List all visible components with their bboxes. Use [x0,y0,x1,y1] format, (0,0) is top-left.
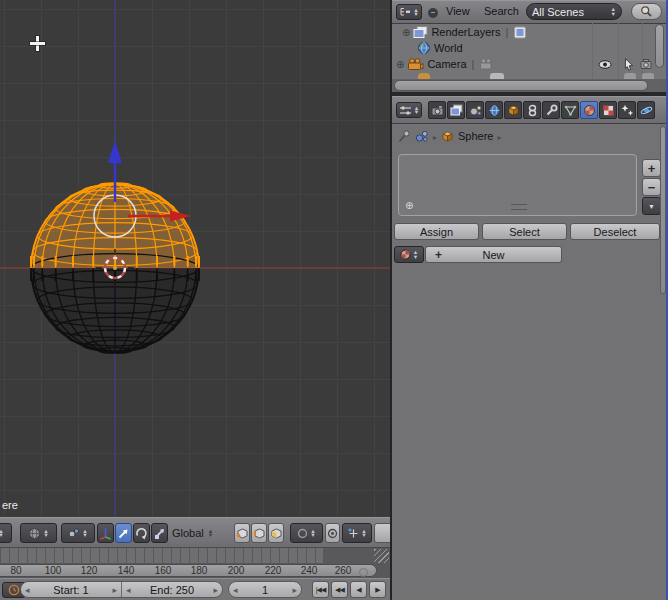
renderlayer-badge-icon[interactable] [513,26,527,39]
manipulator-toggle-button[interactable] [97,523,114,543]
tab-scene[interactable] [466,101,484,119]
deselect-button[interactable]: Deselect [570,223,660,240]
decrement-arrow-icon[interactable] [229,585,242,595]
frame-range-fields: Start: 1 End: 250 [20,581,223,598]
falloff-button[interactable] [325,523,340,543]
increment-arrow-icon[interactable] [108,585,121,595]
face-select-button[interactable] [268,523,284,543]
area-resize-grip[interactable] [374,549,389,563]
timeline-header: Start: 1 End: 250 1 |◀◀ ◀◀ ◀ ▶ [0,578,390,600]
object-data-tab-icon [564,104,577,117]
timeline-track[interactable] [0,547,390,564]
visibility-toggle[interactable] [598,60,612,69]
increment-arrow-icon[interactable] [288,585,301,595]
expand-icon[interactable] [396,58,404,70]
3d-viewport[interactable]: ere [0,0,390,517]
end-frame-field[interactable]: End: 250 [121,582,222,597]
view-menu[interactable]: View [446,5,470,17]
outliner-editor-type-button[interactable] [396,4,422,20]
dropdown-arrows-icon [413,250,418,259]
tab-texture[interactable] [599,101,617,119]
tab-object-data[interactable] [561,101,579,119]
dropdown-arrows-icon [414,106,419,115]
outliner-item-label[interactable]: World [434,42,463,54]
outliner-vertical-scrollbar[interactable] [655,24,664,77]
search-menu[interactable]: Search [484,5,519,17]
select-button[interactable]: Select [482,223,567,240]
tab-render-layers[interactable] [447,101,465,119]
proportional-edit-dropdown[interactable] [290,523,323,543]
current-frame-field[interactable]: 1 [228,581,302,598]
translate-manipulator-button[interactable] [115,523,132,543]
breadcrumb-object-name[interactable]: Sphere [458,130,493,142]
scrollbar-thumb[interactable] [394,80,648,91]
outliner-row-world[interactable]: World [392,40,648,56]
scrollbar-thumb[interactable] [655,24,664,68]
start-frame-field[interactable]: Start: 1 [21,582,121,597]
jump-to-start-button[interactable]: |◀◀ [312,581,329,598]
rewind-button[interactable]: ◀◀ [331,581,348,598]
blender-window: ere [0,0,668,600]
properties-editor-type-button[interactable] [396,102,422,118]
assign-button[interactable]: Assign [394,223,479,240]
outliner-header: View Search All Scenes [392,0,668,24]
outliner-row-camera[interactable]: Camera | [392,56,648,72]
play-reverse-button[interactable]: ◀ [350,581,367,598]
ruler-number: 180 [184,565,214,576]
pin-icon[interactable] [398,130,411,143]
remove-slot-button[interactable]: − [642,178,661,196]
new-material-button[interactable]: New [425,246,562,263]
expand-icon[interactable] [402,26,410,38]
material-browse-dropdown[interactable] [394,246,424,263]
viewport-shading-dropdown[interactable] [20,523,57,543]
proportional-circle-icon [297,528,308,539]
properties-sliders-icon [399,105,412,116]
list-add-icon[interactable] [405,200,413,211]
outliner-search-button[interactable] [631,3,662,20]
renderability-toggle[interactable] [640,58,653,70]
play-button[interactable]: ▶ [369,581,386,598]
tab-render[interactable] [428,101,446,119]
outliner-horizontal-scrollbar[interactable] [392,79,668,92]
slot-specials-menu-button[interactable] [642,197,661,215]
edge-select-button[interactable] [251,523,267,543]
vertex-select-button[interactable] [234,523,250,543]
material-slot-list[interactable] [398,154,637,216]
snap-dropdown[interactable] [342,523,372,543]
scale-manipulator-button[interactable] [151,523,168,543]
timeline-ruler[interactable]: 80 100 120 140 160 180 200 220 240 260 [0,563,390,578]
decrement-arrow-icon[interactable] [122,585,135,595]
material-tab-icon [583,104,596,117]
list-resize-grip[interactable] [511,204,527,210]
timeline-scrollbar[interactable]: 80 100 120 140 160 180 200 220 240 260 [0,564,377,577]
tab-material[interactable] [580,101,598,119]
filter-collapse-icon[interactable] [428,8,438,18]
scrollbar-endcap[interactable] [359,568,368,577]
increment-arrow-icon[interactable] [209,585,222,595]
selectability-toggle[interactable] [623,58,634,71]
tab-modifiers[interactable] [542,101,560,119]
scene-data-icon[interactable] [415,130,429,143]
tab-physics[interactable] [637,101,655,119]
object-icon[interactable] [441,130,454,143]
tab-constraints[interactable] [523,101,541,119]
transform-orientation-dropdown[interactable]: Global [170,523,222,543]
ruler-number: 120 [74,565,104,576]
tab-particles[interactable] [618,101,636,119]
display-mode-dropdown[interactable]: All Scenes [526,3,622,20]
rotate-arc-icon [135,527,148,540]
camera-data-icon[interactable] [479,58,494,71]
add-slot-button[interactable]: + [642,159,661,177]
outliner-item-label[interactable]: Camera [427,58,466,70]
rotate-manipulator-button[interactable] [133,523,150,543]
material-preview-icon [400,249,411,260]
decrement-arrow-icon[interactable] [21,585,34,595]
tab-world[interactable] [485,101,503,119]
pivot-point-dropdown[interactable] [61,523,95,543]
mode-dropdown[interactable] [0,523,12,543]
outliner-row-renderlayers[interactable]: RenderLayers | [392,24,648,40]
dropdown-arrows-icon [208,529,213,538]
tab-object[interactable] [504,101,522,119]
viewport-scene[interactable] [0,0,390,517]
outliner-item-label[interactable]: RenderLayers [431,26,500,38]
